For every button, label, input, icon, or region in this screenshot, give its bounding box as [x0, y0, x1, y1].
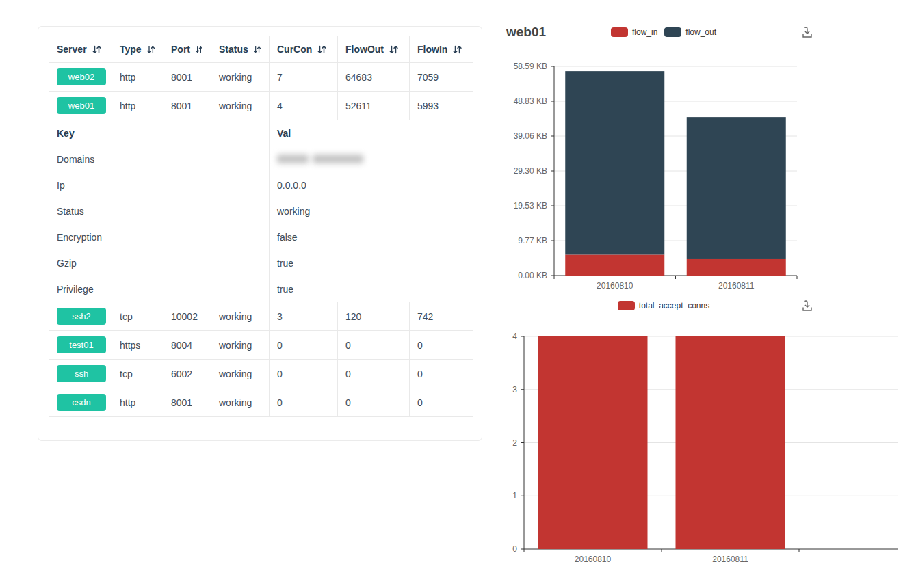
y-tick-label: 0	[512, 544, 517, 554]
column-label: CurCon	[277, 44, 312, 55]
cell-type: http	[112, 63, 163, 92]
cell-flowout: 120	[338, 302, 410, 331]
server-button-csdn[interactable]: csdn	[57, 394, 106, 411]
table-header-row: ServerTypePortStatusCurConFlowOutFlowIn	[49, 36, 473, 63]
column-label: FlowIn	[417, 44, 447, 55]
cell-type: tcp	[112, 302, 163, 331]
server-row-ssh2: ssh2tcp10002working3120742	[49, 302, 473, 331]
column-header-server[interactable]: Server	[49, 36, 112, 63]
cell-server: web01	[49, 92, 112, 120]
cell-flowin: 742	[410, 302, 473, 331]
redacted-domain-value	[277, 155, 465, 163]
column-label: Port	[171, 44, 190, 55]
detail-val: true	[270, 276, 473, 302]
column-header-flowout[interactable]: FlowOut	[338, 36, 410, 63]
cell-port: 8001	[163, 92, 211, 120]
cell-flowout: 0	[338, 360, 410, 388]
bar-flow_out-20160810[interactable]	[565, 71, 664, 254]
column-header-status[interactable]: Status	[211, 36, 270, 63]
cell-type: tcp	[112, 360, 163, 388]
cell-port: 8001	[163, 63, 211, 92]
legend-item-flow_in[interactable]: flow_in	[611, 27, 657, 37]
cell-curcon: 0	[270, 388, 338, 417]
conns-chart-legend: total_accept_conns	[513, 301, 814, 310]
bar-total_accept_conns-20160810[interactable]	[538, 336, 648, 549]
sort-icon	[317, 45, 327, 54]
cell-flowout: 64683	[338, 63, 410, 92]
cell-type: https	[112, 331, 163, 360]
cell-curcon: 0	[270, 360, 338, 388]
legend-item-total_accept_conns[interactable]: total_accept_conns	[618, 301, 709, 310]
cell-curcon: 4	[270, 92, 338, 120]
flow-chart-legend: flow_inflow_out	[513, 27, 814, 37]
legend-label: flow_in	[632, 27, 657, 37]
cell-flowout: 0	[338, 331, 410, 360]
server-row-web01: web01http8001working4526115993	[49, 92, 473, 120]
detail-row-encryption: Encryptionfalse	[49, 224, 473, 250]
detail-row-privilege: Privilegetrue	[49, 276, 473, 302]
detail-key: Ip	[49, 172, 270, 198]
column-label: Server	[57, 44, 87, 55]
sort-icon	[146, 45, 155, 54]
cell-status: working	[211, 63, 270, 92]
sort-icon	[92, 45, 102, 54]
bar-flow_in-20160811[interactable]	[687, 259, 786, 276]
column-header-flowin[interactable]: FlowIn	[410, 36, 473, 63]
detail-row-ip: Ip0.0.0.0	[49, 172, 473, 198]
detail-row-status: Statusworking	[49, 198, 473, 224]
cell-server: csdn	[49, 388, 112, 417]
y-tick-label: 48.83 KB	[514, 96, 547, 106]
server-button-web02[interactable]: web02	[57, 68, 106, 85]
save-as-image-icon	[800, 299, 815, 314]
cell-status: working	[211, 92, 270, 120]
sort-icon	[452, 45, 462, 54]
cell-flowin: 0	[410, 360, 473, 388]
column-header-port[interactable]: Port	[163, 36, 211, 63]
bar-flow_in-20160810[interactable]	[565, 254, 664, 276]
server-button-ssh2[interactable]: ssh2	[57, 308, 106, 325]
cell-flowout: 0	[338, 388, 410, 417]
server-row-csdn: csdnhttp8001working000	[49, 388, 473, 417]
detail-key: Domains	[49, 146, 270, 172]
bar-flow_out-20160811[interactable]	[687, 117, 786, 259]
y-tick-label: 39.06 KB	[514, 131, 547, 141]
download-icon[interactable]	[799, 299, 815, 315]
cell-type: http	[112, 388, 163, 417]
sort-icon	[195, 45, 203, 54]
cell-type: http	[112, 92, 163, 120]
column-header-curcon[interactable]: CurCon	[270, 36, 338, 63]
save-as-image-icon	[800, 25, 815, 40]
cell-curcon: 3	[270, 302, 338, 331]
legend-label: flow_out	[685, 27, 716, 37]
x-tick-label: 20160811	[712, 554, 748, 564]
conns-chart-plot: 012342016081020160811	[493, 321, 916, 574]
cell-port: 10002	[163, 302, 211, 331]
y-tick-label: 1	[512, 491, 517, 500]
x-tick-label: 20160810	[597, 281, 633, 291]
server-table-card: ServerTypePortStatusCurConFlowOutFlowIn …	[38, 26, 482, 441]
cell-flowin: 0	[410, 331, 473, 360]
legend-swatch	[611, 27, 628, 37]
server-row-test01: test01https8004working000	[49, 331, 473, 360]
y-tick-label: 29.30 KB	[514, 166, 547, 176]
cell-server: web02	[49, 63, 112, 92]
server-button-web01[interactable]: web01	[57, 97, 106, 114]
flow-chart-plot: 0.00 KB9.77 KB19.53 KB29.30 KB39.06 KB48…	[493, 58, 814, 297]
legend-item-flow_out[interactable]: flow_out	[664, 27, 716, 37]
x-tick-label: 20160810	[575, 554, 612, 564]
cell-curcon: 7	[270, 63, 338, 92]
cell-curcon: 0	[270, 331, 338, 360]
download-icon[interactable]	[799, 25, 815, 42]
x-tick-label: 20160811	[718, 281, 755, 291]
detail-val-header: Val	[270, 120, 473, 146]
cell-status: working	[211, 360, 270, 388]
detail-val: true	[270, 250, 473, 276]
legend-swatch	[618, 301, 635, 310]
column-header-type[interactable]: Type	[112, 36, 163, 63]
server-row-web02: web02http8001working7646837059	[49, 63, 473, 92]
server-button-ssh[interactable]: ssh	[57, 365, 106, 382]
y-tick-label: 9.77 KB	[518, 236, 547, 245]
y-tick-label: 0.00 KB	[518, 271, 547, 280]
bar-total_accept_conns-20160811[interactable]	[676, 336, 785, 549]
server-button-test01[interactable]: test01	[57, 336, 106, 353]
